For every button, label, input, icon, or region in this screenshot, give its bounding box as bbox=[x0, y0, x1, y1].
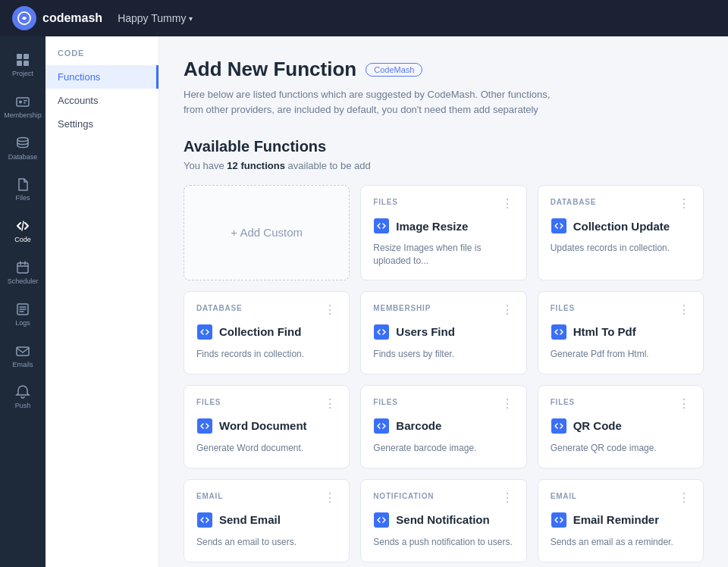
sidebar-item-accounts[interactable]: Accounts bbox=[46, 89, 158, 112]
function-count: 12 functions bbox=[227, 160, 285, 171]
function-description: Generate Pdf from Html. bbox=[551, 348, 691, 361]
card-top: DATABASE ⋮ bbox=[551, 198, 691, 210]
function-card[interactable]: FILES ⋮ Html To Pdf Generate Pdf from Ht… bbox=[538, 291, 704, 374]
code-brackets-icon bbox=[374, 418, 389, 434]
push-icon bbox=[14, 384, 31, 400]
card-category: DATABASE bbox=[196, 304, 242, 312]
card-top: FILES ⋮ bbox=[551, 398, 691, 410]
card-category: FILES bbox=[551, 398, 575, 406]
card-menu-icon[interactable]: ⋮ bbox=[324, 398, 337, 410]
function-card[interactable]: NOTIFICATION ⋮ Send Notification Sends a… bbox=[360, 479, 526, 562]
subtitle-prefix: You have bbox=[184, 160, 227, 171]
function-icon bbox=[373, 218, 390, 234]
function-card[interactable]: FILES ⋮ Image Resize Resize Images when … bbox=[360, 185, 526, 280]
function-card[interactable]: FILES ⋮ QR Code Generate QR code image. bbox=[538, 385, 704, 468]
sidebar-item-scheduler[interactable]: Scheduler bbox=[3, 253, 42, 292]
files-icon bbox=[14, 176, 31, 193]
function-description: Generate QR code image. bbox=[551, 442, 691, 455]
code-brackets-icon bbox=[197, 418, 212, 434]
card-category: FILES bbox=[551, 304, 575, 312]
svg-rect-10 bbox=[17, 263, 28, 273]
card-category: FILES bbox=[373, 198, 397, 206]
code-brackets-icon bbox=[374, 512, 389, 528]
sidebar-item-emails[interactable]: Emails bbox=[3, 337, 42, 375]
emails-icon bbox=[14, 343, 31, 359]
code-brackets-icon bbox=[551, 218, 566, 233]
code-brackets-icon bbox=[197, 324, 212, 340]
add-custom-card[interactable]: + Add Custom bbox=[184, 185, 350, 280]
page-header: Add New Function CodeMash bbox=[184, 58, 704, 81]
card-top: NOTIFICATION ⋮ bbox=[373, 492, 513, 504]
database-icon bbox=[14, 135, 31, 152]
sidebar-item-label-code: Code bbox=[14, 236, 31, 244]
function-name: Users Find bbox=[396, 325, 455, 338]
function-card[interactable]: EMAIL ⋮ Email Reminder Sends an email as… bbox=[538, 479, 704, 562]
function-name: Collection Update bbox=[573, 220, 670, 233]
function-description: Generate barcode image. bbox=[373, 442, 513, 455]
icon-sidebar: Project Membership Database bbox=[0, 36, 46, 567]
chevron-down-icon: ▾ bbox=[189, 14, 193, 23]
sidebar-item-label-scheduler: Scheduler bbox=[8, 277, 39, 286]
function-name: QR Code bbox=[573, 419, 622, 432]
function-name: Html To Pdf bbox=[573, 325, 636, 338]
card-menu-icon[interactable]: ⋮ bbox=[324, 304, 337, 316]
function-card[interactable]: FILES ⋮ Word Document Generate Word docu… bbox=[184, 385, 350, 468]
svg-point-9 bbox=[17, 137, 28, 141]
card-menu-icon[interactable]: ⋮ bbox=[501, 198, 514, 210]
card-menu-icon[interactable]: ⋮ bbox=[678, 198, 691, 210]
card-menu-icon[interactable]: ⋮ bbox=[678, 304, 691, 316]
sidebar-item-files[interactable]: Files bbox=[3, 170, 42, 208]
function-icon bbox=[196, 324, 213, 340]
card-menu-icon[interactable]: ⋮ bbox=[501, 492, 514, 504]
card-top: EMAIL ⋮ bbox=[196, 492, 337, 504]
card-category: EMAIL bbox=[551, 492, 577, 500]
sidebar-item-settings[interactable]: Settings bbox=[46, 112, 158, 136]
sidebar-item-project[interactable]: Project bbox=[3, 45, 42, 84]
logs-icon bbox=[14, 301, 31, 318]
card-menu-icon[interactable]: ⋮ bbox=[678, 492, 691, 504]
logo-label: codemash bbox=[42, 11, 102, 25]
function-icon bbox=[551, 218, 567, 234]
topnav: codemash Happy Tummy ▾ bbox=[0, 0, 728, 36]
card-menu-icon[interactable]: ⋮ bbox=[501, 304, 514, 316]
sidebar-item-push[interactable]: Push bbox=[3, 377, 42, 416]
sidebar-item-membership[interactable]: Membership bbox=[3, 87, 42, 126]
sidebar-item-code[interactable]: Code bbox=[3, 211, 42, 250]
add-custom-label: + Add Custom bbox=[231, 226, 303, 239]
sidebar-section-code: CODE bbox=[46, 49, 158, 65]
code-icon bbox=[14, 218, 31, 234]
code-brackets-icon bbox=[374, 218, 389, 233]
sidebar-item-functions[interactable]: Functions bbox=[46, 65, 158, 89]
code-brackets-icon bbox=[197, 512, 212, 528]
sidebar-item-database[interactable]: Database bbox=[3, 129, 42, 168]
app-selector[interactable]: Happy Tummy ▾ bbox=[118, 12, 193, 24]
card-category: MEMBERSHIP bbox=[373, 304, 431, 312]
function-name: Email Reminder bbox=[573, 513, 659, 526]
page-title: Add New Function bbox=[184, 58, 356, 81]
card-title-row: Collection Update bbox=[551, 218, 691, 234]
card-title-row: Barcode bbox=[373, 418, 513, 434]
card-category: NOTIFICATION bbox=[373, 492, 434, 500]
logo[interactable]: codemash bbox=[12, 6, 102, 30]
function-name: Send Email bbox=[219, 513, 281, 526]
function-card[interactable]: MEMBERSHIP ⋮ Users Find Finds users by f… bbox=[360, 291, 526, 374]
card-title-row: Send Notification bbox=[373, 512, 513, 528]
function-icon bbox=[551, 512, 567, 528]
sidebar-item-logs[interactable]: Logs bbox=[3, 295, 42, 334]
logo-icon bbox=[12, 6, 36, 30]
card-menu-icon[interactable]: ⋮ bbox=[678, 398, 691, 410]
card-category: DATABASE bbox=[551, 198, 596, 206]
card-menu-icon[interactable]: ⋮ bbox=[501, 398, 514, 410]
code-brackets-icon bbox=[551, 418, 566, 434]
function-card[interactable]: EMAIL ⋮ Send Email Sends an email to use… bbox=[184, 479, 350, 562]
function-card[interactable]: DATABASE ⋮ Collection Update Updates rec… bbox=[538, 185, 704, 280]
card-category: EMAIL bbox=[196, 492, 223, 500]
function-card[interactable]: DATABASE ⋮ Collection Find Finds records… bbox=[184, 291, 350, 374]
function-name: Word Document bbox=[219, 419, 307, 432]
card-title-row: Html To Pdf bbox=[551, 324, 691, 340]
card-menu-icon[interactable]: ⋮ bbox=[324, 492, 337, 504]
function-description: Finds users by filter. bbox=[373, 348, 513, 361]
card-category: FILES bbox=[373, 398, 397, 406]
sidebar-item-label-logs: Logs bbox=[15, 319, 30, 327]
function-card[interactable]: FILES ⋮ Barcode Generate barcode image. bbox=[360, 385, 526, 468]
